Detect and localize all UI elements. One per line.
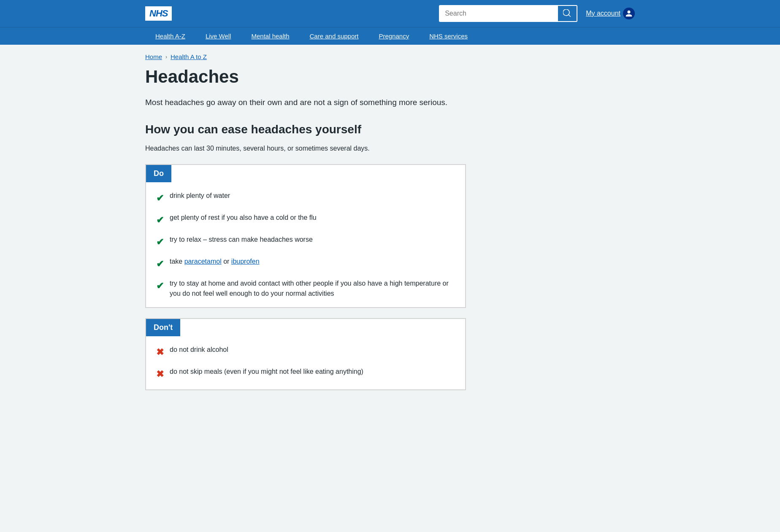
dont-item-2: ✖ do not skip meals (even if you might n…: [156, 367, 455, 381]
dont-item-2-text: do not skip meals (even if you might not…: [170, 367, 363, 377]
do-item-3: ✔ try to relax – stress can make headach…: [156, 235, 455, 249]
check-icon-1: ✔: [156, 191, 164, 205]
breadcrumb-health-a-to-z[interactable]: Health A to Z: [171, 53, 207, 60]
check-icon-5: ✔: [156, 279, 164, 293]
breadcrumb-separator: ›: [165, 54, 167, 60]
cross-icon-1: ✖: [156, 345, 164, 359]
do-box-header: Do: [146, 165, 171, 182]
content-area: Headaches Most headaches go away on thei…: [145, 67, 466, 390]
do-item-4-text: take paracetamol or ibuprofen: [170, 257, 260, 267]
nav-item-health-az[interactable]: Health A-Z: [145, 27, 195, 45]
do-box-content: ✔ drink plenty of water ✔ get plenty of …: [146, 182, 465, 307]
check-icon-3: ✔: [156, 235, 164, 249]
nhs-logo: NHS: [145, 6, 172, 21]
dont-box-header: Don't: [146, 319, 180, 336]
my-account-label: My account: [586, 10, 620, 17]
search-input[interactable]: [440, 6, 558, 21]
dont-item-1: ✖ do not drink alcohol: [156, 345, 455, 359]
do-item-5: ✔ try to stay at home and avoid contact …: [156, 278, 455, 299]
search-bar: [439, 5, 577, 22]
search-icon: [563, 9, 571, 18]
do-box: Do ✔ drink plenty of water ✔ get plenty …: [145, 164, 466, 308]
breadcrumb-home[interactable]: Home: [145, 53, 162, 60]
nav-item-care-and-support[interactable]: Care and support: [300, 27, 369, 45]
main-nav: Health A-Z Live Well Mental health Care …: [0, 27, 780, 45]
check-icon-4: ✔: [156, 257, 164, 271]
dont-box: Don't ✖ do not drink alcohol ✖ do not sk…: [145, 318, 466, 390]
main-content: Home › Health A to Z Headaches Most head…: [137, 45, 643, 417]
do-item-1-text: drink plenty of water: [170, 191, 230, 201]
nav-item-nhs-services[interactable]: NHS services: [419, 27, 478, 45]
section-heading: How you can ease headaches yourself: [145, 122, 466, 137]
do-item-2-text: get plenty of rest if you also have a co…: [170, 213, 317, 223]
do-item-4: ✔ take paracetamol or ibuprofen: [156, 257, 455, 271]
dont-box-content: ✖ do not drink alcohol ✖ do not skip mea…: [146, 336, 465, 389]
paracetamol-link[interactable]: paracetamol: [184, 258, 222, 265]
do-item-3-text: try to relax – stress can make headaches…: [170, 235, 313, 245]
intro-text: Most headaches go away on their own and …: [145, 97, 466, 109]
do-item-1: ✔ drink plenty of water: [156, 191, 455, 205]
cross-icon-2: ✖: [156, 367, 164, 381]
search-button[interactable]: [558, 6, 577, 21]
nav-item-pregnancy[interactable]: Pregnancy: [368, 27, 419, 45]
site-header: NHS My account: [0, 0, 780, 27]
do-item-2: ✔ get plenty of rest if you also have a …: [156, 213, 455, 227]
section-text: Headaches can last 30 minutes, several h…: [145, 143, 466, 154]
ibuprofen-link[interactable]: ibuprofen: [231, 258, 260, 265]
breadcrumb: Home › Health A to Z: [145, 53, 635, 60]
account-icon: [623, 8, 635, 19]
page-title: Headaches: [145, 67, 466, 86]
header-right: My account: [439, 5, 635, 22]
my-account-link[interactable]: My account: [586, 8, 635, 19]
do-item-5-text: try to stay at home and avoid contact wi…: [170, 278, 455, 299]
nav-item-live-well[interactable]: Live Well: [195, 27, 241, 45]
account-person-icon: [625, 10, 633, 17]
check-icon-2: ✔: [156, 213, 164, 227]
nav-item-mental-health[interactable]: Mental health: [241, 27, 299, 45]
dont-item-1-text: do not drink alcohol: [170, 345, 228, 355]
